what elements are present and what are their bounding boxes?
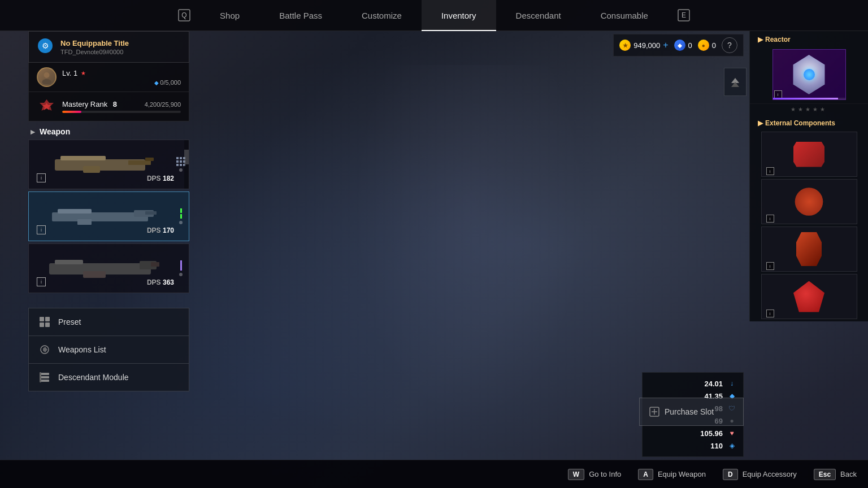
- weapon-3-image: DPS 363 i: [33, 249, 177, 288]
- character-placeholder: [351, 65, 588, 426]
- right-panel: ▶ Reactor i ★★★★★ ▶ External Components: [749, 31, 868, 321]
- svg-point-7: [42, 79, 51, 84]
- blue-coin-icon: ◆: [674, 40, 685, 51]
- hint-back: Esc Back: [814, 469, 857, 480]
- weapon-3-dot: [179, 273, 183, 276]
- weapon-1-image: DPS 182 i: [33, 145, 177, 184]
- reactor-progress-fill: [773, 98, 838, 99]
- weapons-list-label: Weapons List: [58, 345, 106, 354]
- external-component-3[interactable]: i: [761, 226, 857, 272]
- nav-shop[interactable]: Shop: [200, 0, 259, 31]
- descendant-module-label: Descendant Module: [58, 373, 129, 382]
- svg-text:Q: Q: [181, 11, 186, 19]
- hint-equip-weapon-label: Equip Weapon: [658, 470, 706, 478]
- weapon-slot-3[interactable]: DPS 363 i: [28, 243, 189, 293]
- weapon-3-purple-icon: [180, 260, 182, 271]
- weapon-1-dot: [179, 168, 183, 172]
- svg-rect-13: [52, 212, 148, 221]
- svg-rect-21: [83, 271, 106, 278]
- svg-rect-10: [128, 160, 151, 165]
- ext-3-level: i: [766, 262, 774, 270]
- external-component-2[interactable]: i: [761, 179, 857, 224]
- stat-icon-6: ◈: [727, 441, 736, 450]
- svg-rect-24: [45, 317, 50, 321]
- nav-q-icon[interactable]: Q: [173, 4, 196, 27]
- player-title: No Equippable Title: [60, 39, 181, 47]
- mastery-rank-value: 8: [113, 100, 117, 108]
- nav-items: Q Shop Battle Pass Customize Inventory D…: [0, 0, 868, 31]
- section-arrow-icon: ▶: [31, 129, 35, 135]
- reactor-slot[interactable]: i: [750, 46, 868, 104]
- weapon-1-dps: DPS 182: [147, 175, 174, 182]
- nav-customize[interactable]: Customize: [342, 0, 422, 31]
- mastery-rank-label: Mastery Rank: [62, 100, 107, 108]
- purchase-slot-button[interactable]: Purchase Slot: [639, 398, 744, 426]
- player-id: TFD_Devnote09#0000: [60, 49, 181, 55]
- nav-inventory[interactable]: Inventory: [422, 0, 496, 31]
- external-section-title: ▶ External Components: [750, 115, 868, 129]
- weapons-list-button[interactable]: Weapons List: [28, 336, 189, 364]
- weapon-section-header: ▶ Weapon: [28, 127, 189, 136]
- weapon-3-dps: DPS 363: [147, 278, 174, 286]
- nav-battle-pass[interactable]: Battle Pass: [259, 0, 342, 31]
- nav-consumable[interactable]: Consumable: [581, 0, 668, 31]
- nav-e-icon[interactable]: E: [672, 4, 695, 27]
- add-gold-button[interactable]: +: [663, 40, 668, 50]
- preset-button[interactable]: Preset: [28, 308, 189, 336]
- ext-1-level: i: [766, 167, 774, 175]
- preset-icon: [38, 315, 51, 329]
- player-panel: ⚙ No Equippable Title TFD_Devnote09#0000…: [28, 31, 189, 121]
- svg-rect-12: [145, 158, 154, 161]
- key-a: A: [638, 469, 653, 480]
- mastery-bar: Mastery Rank 8 4,200/25,900: [28, 92, 189, 121]
- svg-rect-30: [40, 380, 49, 382]
- gold-coin-icon: ★: [619, 40, 631, 51]
- svg-rect-31: [40, 372, 41, 382]
- key-esc: Esc: [814, 469, 836, 480]
- svg-text:⚙: ⚙: [42, 41, 49, 50]
- weapon-scrollbar[interactable]: [184, 140, 189, 189]
- descendant-module-button[interactable]: Descendant Module: [28, 364, 189, 391]
- svg-rect-16: [77, 219, 92, 225]
- weapon-2-bars-icon: [180, 208, 182, 219]
- nav-descendant[interactable]: Descendant: [496, 0, 581, 31]
- svg-point-6: [44, 72, 50, 78]
- blue-currency: ◆ 0: [674, 40, 692, 51]
- weapon-section: ▶ Weapon DPS 182 i: [28, 127, 189, 295]
- weapon-scroll-thumb: [184, 150, 189, 164]
- svg-rect-23: [40, 317, 44, 321]
- stat-row-1: 24.01 ↓: [649, 377, 736, 390]
- reactor-progress-bar: [773, 98, 845, 99]
- sort-up-button[interactable]: [724, 68, 747, 96]
- svg-rect-29: [40, 376, 49, 378]
- weapon-slot-1[interactable]: DPS 182 i: [28, 140, 189, 189]
- svg-rect-25: [40, 323, 44, 327]
- action-buttons: Preset Weapons List Descendant Module: [28, 308, 189, 391]
- svg-rect-19: [55, 260, 83, 264]
- stat-row-5: 105.96 ♥: [649, 427, 736, 439]
- help-button[interactable]: ?: [722, 37, 737, 53]
- external-component-1[interactable]: i: [761, 132, 857, 177]
- hint-go-to-info: W Go to Info: [568, 469, 621, 480]
- ext-shape-2: [792, 188, 826, 216]
- weapon-section-title: Weapon: [40, 127, 70, 136]
- yellow-currency: ● 0: [698, 40, 716, 51]
- stat-icon-5: ♥: [727, 429, 736, 438]
- svg-rect-11: [83, 166, 100, 173]
- weapon-2-dps: DPS 170: [147, 226, 174, 234]
- weapon-3-level: i: [37, 277, 46, 286]
- currency-bar: ★ 949,000 + ◆ 0 ● 0 ?: [613, 34, 744, 56]
- right-panel-scroll[interactable]: ▶ Reactor i ★★★★★ ▶ External Components: [750, 31, 868, 321]
- weapon-2-dot: [179, 221, 183, 224]
- reactor-shape: [789, 55, 829, 94]
- external-component-4[interactable]: i: [761, 274, 857, 319]
- weapon-slot-2[interactable]: DPS 170 i: [28, 191, 189, 241]
- top-navigation: Q Shop Battle Pass Customize Inventory D…: [0, 0, 868, 31]
- ext-4-level: i: [766, 310, 774, 317]
- svg-rect-14: [58, 209, 92, 213]
- ext-shape-3: [796, 232, 822, 266]
- mastery-progress-fill: [62, 111, 81, 113]
- stat-value-6: 110: [710, 442, 723, 450]
- character-avatar-small: [37, 67, 57, 87]
- stat-value-5: 105.96: [700, 429, 723, 438]
